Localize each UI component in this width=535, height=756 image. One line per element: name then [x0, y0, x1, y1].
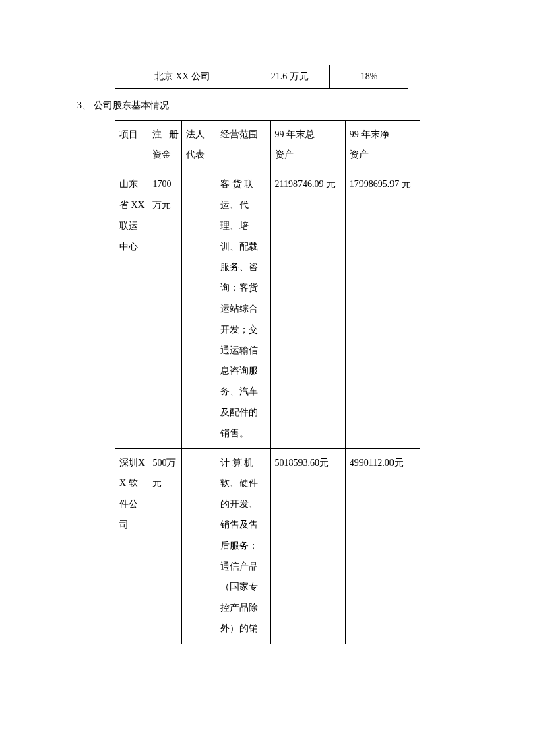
amount-cell: 21.6 万元	[249, 65, 330, 89]
header-project: 项目	[115, 120, 148, 170]
header-legal: 法人代表	[181, 120, 216, 170]
header-total-assets: 99 年末总 资产	[270, 120, 345, 170]
table-row: 深圳XX 软件公司 500万元 计 算 机软、硬件的开发、销售及售后服务；通信产…	[115, 448, 420, 644]
cell-total-assets: 21198746.09 元	[270, 170, 345, 448]
header-capital: 注 册 资金	[148, 120, 181, 170]
cell-scope: 计 算 机软、硬件的开发、销售及售后服务；通信产品（国家专控产品除外）的销	[216, 448, 270, 644]
table-header-row: 项目 注 册 资金 法人代表 经营范围 99 年末总 资产 99 年末净 资产	[115, 120, 420, 170]
shareholder-table: 项目 注 册 资金 法人代表 经营范围 99 年末总 资产 99 年末净 资产 …	[115, 120, 420, 644]
cell-net-assets: 17998695.97 元	[345, 170, 420, 448]
header-net-assets: 99 年末净 资产	[345, 120, 420, 170]
cell-legal	[181, 448, 216, 644]
percent-cell: 18%	[330, 65, 408, 89]
cell-total-assets: 5018593.60元	[270, 448, 345, 644]
section-heading: 3、 公司股东基本情况	[77, 97, 458, 114]
cell-project: 山东省 XX联运中心	[115, 170, 148, 448]
header-scope: 经营范围	[216, 120, 270, 170]
cell-capital: 1700万元	[148, 170, 181, 448]
summary-table: 北京 XX 公司 21.6 万元 18%	[115, 65, 408, 89]
cell-legal	[181, 170, 216, 448]
cell-capital: 500万元	[148, 448, 181, 644]
table-row: 山东省 XX联运中心 1700万元 客 货 联运、代理、培训、配载服务、咨询；客…	[115, 170, 420, 448]
company-cell: 北京 XX 公司	[115, 65, 249, 89]
cell-project: 深圳XX 软件公司	[115, 448, 148, 644]
cell-net-assets: 4990112.00元	[345, 448, 420, 644]
cell-scope: 客 货 联运、代理、培训、配载服务、咨询；客货运站综合开发；交通运输信息咨询服务…	[216, 170, 270, 448]
table-row: 北京 XX 公司 21.6 万元 18%	[115, 65, 408, 89]
